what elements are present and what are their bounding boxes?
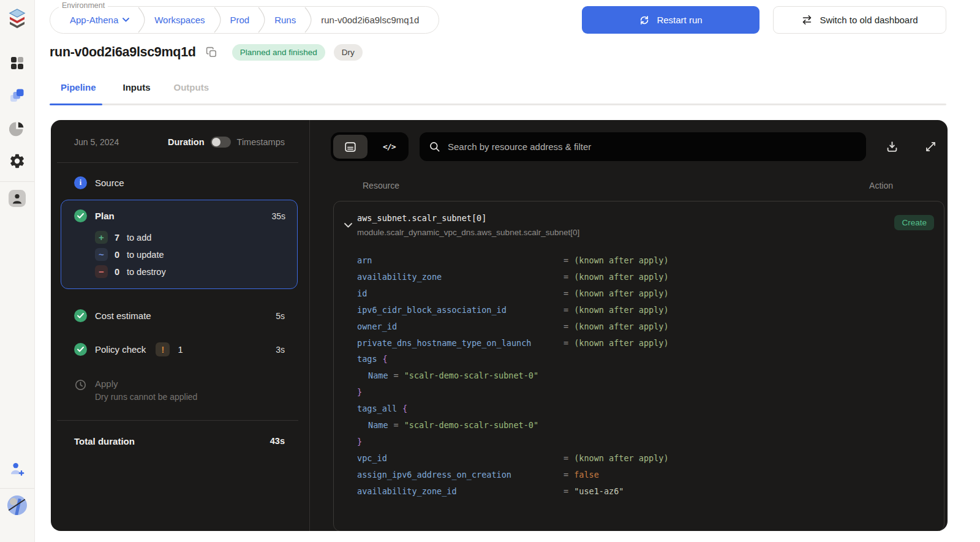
stage-source[interactable]: i Source xyxy=(51,176,309,189)
code-line: assign_ipv6_address_on_creation=false xyxy=(357,467,944,483)
breadcrumb-separator xyxy=(214,7,222,33)
stage-apply: Apply Dry runs cannot be applied xyxy=(51,378,309,402)
breadcrumb-item-environment[interactable]: App-Athena xyxy=(62,15,137,25)
toggle-knob xyxy=(212,138,221,146)
tab-underline-track xyxy=(50,104,946,105)
policy-warning-count: 1 xyxy=(178,345,183,355)
tab-outputs: Outputs xyxy=(174,82,209,92)
breadcrumb-item-current-run: run-v0od2i6a9lsc9mq1d xyxy=(314,15,426,25)
breadcrumb-separator xyxy=(304,7,312,33)
plan-code-block: arn=(known after apply) availability_zon… xyxy=(357,252,944,500)
download-button[interactable] xyxy=(885,140,899,154)
resource-card-header[interactable]: aws_subnet.scalr_subnet[0] module.scalr_… xyxy=(334,201,944,237)
tab-inputs[interactable]: Inputs xyxy=(123,82,151,92)
breadcrumb: Environment App-Athena Workspaces Prod xyxy=(50,6,439,34)
check-circle-icon xyxy=(74,309,87,322)
sidebar-divider xyxy=(0,181,34,182)
breadcrumb-item-workspaces[interactable]: Workspaces xyxy=(147,15,212,25)
code-view-button[interactable]: </> xyxy=(372,135,407,159)
resources-controls: </> xyxy=(331,132,937,161)
breadcrumb-legend: Environment xyxy=(59,1,108,10)
stage-plan-header: Plan 35s xyxy=(74,209,285,222)
minus-icon: − xyxy=(95,265,108,278)
settings-gear-icon[interactable] xyxy=(9,152,26,170)
code-line: } xyxy=(357,384,944,401)
run-date: Jun 5, 2024 xyxy=(74,137,168,147)
stage-cost-duration: 5s xyxy=(276,311,285,321)
status-badge: Planned and finished xyxy=(232,44,325,61)
stage-plan-label: Plan xyxy=(95,211,115,221)
code-line: } xyxy=(357,434,944,450)
code-line: vpc_id=(known after apply) xyxy=(357,450,944,467)
restart-run-button[interactable]: Restart run xyxy=(582,6,760,34)
breadcrumb-separator xyxy=(258,7,266,33)
title-row: run-v0od2i6a9lsc9mq1d Planned and finish… xyxy=(50,44,363,61)
app-sidebar xyxy=(0,0,35,542)
invite-user-icon[interactable] xyxy=(9,461,26,478)
dry-badge: Dry xyxy=(334,44,363,61)
plan-changes: + 7 to add ~ 0 to update − 0 to destroy xyxy=(95,231,285,278)
workspaces-icon[interactable] xyxy=(9,88,25,104)
refresh-icon xyxy=(639,15,650,26)
expand-icon xyxy=(924,140,937,153)
clock-icon xyxy=(74,378,87,391)
breadcrumb-pill: App-Athena Workspaces Prod Runs xyxy=(50,6,439,34)
stage-plan-card[interactable]: Plan 35s + 7 to add ~ 0 to update xyxy=(61,200,298,289)
check-circle-icon xyxy=(74,209,87,222)
pipeline-header: Jun 5, 2024 Duration Timestamps xyxy=(51,120,309,148)
resource-search[interactable] xyxy=(420,132,866,161)
code-line: availability_zone=(known after apply) xyxy=(357,269,944,285)
scalr-logo-icon[interactable] xyxy=(6,7,28,31)
copy-run-id-button[interactable] xyxy=(206,47,217,58)
search-input[interactable] xyxy=(448,141,857,152)
table-view-button[interactable] xyxy=(333,135,368,159)
duration-timestamps-toggle[interactable] xyxy=(211,137,231,148)
stage-apply-label: Apply xyxy=(95,378,197,389)
chevron-down-icon[interactable] xyxy=(344,222,353,228)
reports-pie-icon[interactable] xyxy=(9,121,25,137)
account-avatar[interactable] xyxy=(7,495,28,516)
code-line: Name="scalr-demo-scalr-subnet-0" xyxy=(357,417,944,434)
resource-module-path: module.scalr_dynamic_vpc_dns.aws_subnet.… xyxy=(357,228,579,237)
duration-label: Duration xyxy=(168,137,205,147)
stage-apply-note: Dry runs cannot be applied xyxy=(95,392,197,402)
stage-source-label: Source xyxy=(95,178,124,188)
table-view-icon xyxy=(344,140,357,154)
total-duration-value: 43s xyxy=(270,436,285,446)
search-icon xyxy=(429,141,440,152)
code-line: availability_zone_id="use1-az6" xyxy=(357,483,944,500)
dashboard-icon[interactable] xyxy=(9,55,25,71)
user-profile-icon[interactable] xyxy=(9,190,26,207)
swap-arrows-icon xyxy=(801,14,813,26)
stage-policy-check[interactable]: Policy check ! 1 3s xyxy=(51,342,309,356)
warning-icon: ! xyxy=(156,342,170,356)
sidebar-divider-bottom xyxy=(0,488,34,489)
breadcrumb-item-prod[interactable]: Prod xyxy=(223,15,257,25)
code-line: id=(known after apply) xyxy=(357,285,944,302)
code-line: tags{ xyxy=(357,351,944,367)
code-line: tags_all{ xyxy=(357,401,944,417)
stage-cost-label: Cost estimate xyxy=(95,311,151,321)
switch-old-dashboard-button[interactable]: Switch to old dashboard xyxy=(773,6,946,34)
pipeline-column: Jun 5, 2024 Duration Timestamps i Source… xyxy=(51,120,310,531)
resource-address: aws_subnet.scalr_subnet[0] xyxy=(357,213,579,223)
plus-icon: + xyxy=(95,231,108,244)
view-toggle: </> xyxy=(331,132,409,161)
run-detail-panel: Jun 5, 2024 Duration Timestamps i Source… xyxy=(51,120,948,531)
code-line: owner_id=(known after apply) xyxy=(357,318,944,335)
tab-pipeline[interactable]: Pipeline xyxy=(61,82,96,92)
breadcrumb-item-runs[interactable]: Runs xyxy=(267,15,303,25)
code-line: ipv6_cidr_block_association_id=(known af… xyxy=(357,302,944,318)
stage-cost-estimate[interactable]: Cost estimate 5s xyxy=(51,309,309,322)
resources-table-header: Resource Action xyxy=(310,181,948,190)
action-badge: Create xyxy=(894,215,934,230)
code-line: private_dns_hostname_type_on_launch=(kno… xyxy=(357,335,944,352)
page-title: run-v0od2i6a9lsc9mq1d xyxy=(50,45,196,60)
info-icon: i xyxy=(74,176,87,189)
stage-plan-duration: 35s xyxy=(271,211,285,221)
expand-button[interactable] xyxy=(924,140,937,153)
tilde-icon: ~ xyxy=(95,248,108,261)
plan-change-update: ~ 0 to update xyxy=(95,248,285,261)
switch-old-dashboard-label: Switch to old dashboard xyxy=(820,15,918,25)
main-content: Environment App-Athena Workspaces Prod xyxy=(35,0,980,542)
